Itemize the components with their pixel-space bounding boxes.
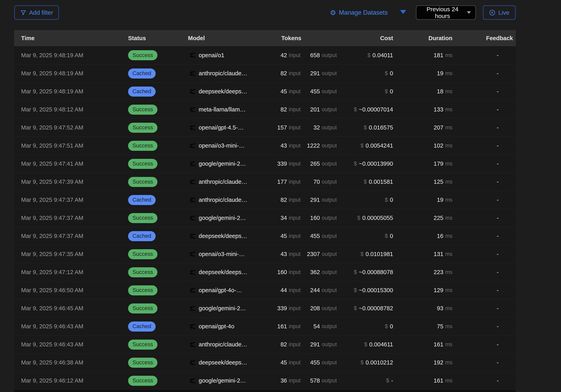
duration-value: 133 [434, 106, 443, 113]
duration-unit: ms [445, 341, 453, 348]
row-time: Mar 9, 2025 9:46:12 AM [14, 377, 128, 384]
row-duration: 75 ms [393, 323, 453, 330]
table-row[interactable]: Mar 9, 2025 9:47:35 AM Success openai/o3… [14, 245, 516, 263]
cost-value: 0 [390, 233, 393, 239]
cost-value: 0 [390, 196, 393, 203]
duration-value: 207 [434, 124, 443, 131]
manage-datasets-button[interactable]: ⚙ Manage Datasets [330, 5, 388, 20]
row-status: Success [128, 303, 188, 313]
duration-unit: ms [445, 88, 453, 95]
row-feedback: - [453, 287, 516, 294]
row-time: Mar 9, 2025 9:47:39 AM [14, 178, 128, 185]
row-feedback: - [453, 359, 516, 366]
row-tokens: 339 input 208 output [269, 305, 337, 312]
duration-unit: ms [445, 251, 453, 257]
cost-value: 0 [390, 70, 393, 77]
model-name: anthropic/claude… [199, 70, 247, 77]
table-row[interactable]: Mar 9, 2025 9:47:52 AM Success openai/gp… [14, 118, 516, 136]
table-row[interactable]: Mar 9, 2025 9:47:37 AM Success google/ge… [14, 209, 516, 227]
table-row[interactable]: Mar 9, 2025 9:48:19 AM Success openai/o1 [14, 46, 516, 64]
row-model: openai/o3-mini-… [188, 251, 269, 258]
row-cost: $ 0.0101981 [337, 251, 393, 258]
row-duration: 225 ms [393, 215, 453, 221]
table-row[interactable]: Mar 9, 2025 9:48:19 AM Cached deepseek/d… [14, 82, 516, 100]
table-row[interactable]: Mar 9, 2025 9:47:41 AM Success google/ge… [14, 155, 516, 173]
table-row[interactable]: Mar 9, 2025 9:46:50 AM Success openai/gp… [14, 281, 516, 299]
cost-currency-symbol: $ [361, 360, 364, 366]
tokens-output-value: 265 [302, 160, 320, 167]
cost-currency-symbol: $ [354, 287, 357, 293]
datasets-dropdown-caret-icon[interactable] [400, 10, 406, 14]
table-row[interactable]: Mar 9, 2025 9:46:38 AM Success deepseek/… [14, 353, 516, 371]
model-name: deepseek/deeps… [199, 359, 247, 366]
tokens-input-label: input [289, 70, 302, 76]
column-header-status: Status [128, 35, 188, 41]
duration-value: 102 [434, 142, 443, 149]
tokens-output-value: 70 [302, 178, 320, 185]
feedback-value: - [497, 323, 499, 330]
cost-currency-symbol: $ [385, 70, 388, 76]
duration-unit: ms [445, 143, 453, 149]
row-duration: 19 ms [393, 70, 453, 77]
tokens-output-value: 362 [302, 269, 320, 276]
model-name: google/gemini-2… [199, 215, 246, 221]
table-row[interactable]: Mar 9, 2025 9:46:12 AM Success google/ge… [14, 371, 516, 390]
model-name: openai/gpt-4o-… [199, 287, 242, 294]
row-duration: 223 ms [393, 269, 453, 276]
row-tokens: 45 input 455 output [269, 88, 337, 95]
table-row[interactable]: Mar 9, 2025 9:47:37 AM Cached deepseek/d… [14, 227, 516, 245]
tokens-input-label: input [289, 269, 302, 275]
duration-value: 18 [437, 88, 443, 95]
duration-unit: ms [445, 197, 453, 203]
column-header-feedback: Feedback [453, 35, 516, 41]
table-row[interactable]: Mar 9, 2025 9:47:37 AM Cached anthropic/… [14, 191, 516, 209]
row-time: Mar 9, 2025 9:47:52 AM [14, 124, 128, 131]
feedback-value: - [497, 70, 499, 77]
cost-value: ~0.00007014 [359, 106, 393, 113]
tokens-input-value: 82 [269, 341, 287, 348]
table-row[interactable]: Mar 9, 2025 9:46:45 AM Success google/ge… [14, 299, 516, 317]
time-range-select[interactable]: Previous 24 hours [416, 5, 476, 20]
model-name: google/gemini-2… [199, 377, 246, 384]
table-row[interactable]: Mar 9, 2025 9:47:51 AM Success openai/o3… [14, 136, 516, 155]
row-status: Cached [128, 69, 188, 79]
model-name: deepseek/deeps… [199, 269, 247, 276]
row-model: meta-llama/llam… [188, 106, 269, 113]
tokens-input-label: input [289, 233, 302, 239]
duration-unit: ms [445, 287, 453, 293]
feedback-value: - [497, 124, 499, 131]
tokens-output-label: output [322, 70, 337, 76]
row-status: Success [128, 177, 188, 187]
row-feedback: - [453, 178, 516, 185]
table-row[interactable]: Mar 9, 2025 9:46:43 AM Success anthropic… [14, 335, 516, 353]
live-toggle-button[interactable]: Live [483, 5, 516, 20]
row-time: Mar 9, 2025 9:46:43 AM [14, 323, 128, 330]
model-name: anthropic/claude… [199, 341, 247, 348]
tokens-input-value: 45 [269, 233, 287, 239]
table-row[interactable]: Mar 9, 2025 9:48:12 AM Success meta-llam… [14, 100, 516, 118]
duration-value: 16 [437, 233, 443, 239]
tokens-output-label: output [322, 197, 337, 203]
row-cost: $ - [337, 377, 393, 384]
table-row[interactable]: Mar 9, 2025 9:48:19 AM Cached anthropic/… [14, 64, 516, 82]
manage-datasets-label: Manage Datasets [339, 9, 388, 16]
add-filter-button[interactable]: Add filter [14, 5, 59, 20]
row-tokens: 42 input 658 output [269, 52, 337, 59]
tokens-input-label: input [289, 287, 302, 293]
cost-currency-symbol: $ [364, 124, 367, 131]
tokens-output-value: 32 [302, 124, 320, 131]
row-time: Mar 9, 2025 9:47:41 AM [14, 160, 128, 167]
status-badge: Success [128, 159, 157, 169]
row-model: anthropic/claude… [188, 70, 269, 77]
row-time: Mar 9, 2025 9:46:43 AM [14, 341, 128, 348]
row-model: google/gemini-2… [188, 377, 269, 384]
tokens-input-label: input [289, 197, 302, 203]
cost-value: 0.016575 [369, 124, 393, 131]
table-row[interactable]: Mar 9, 2025 9:47:12 AM Success deepseek/… [14, 263, 516, 281]
duration-unit: ms [445, 305, 453, 311]
table-body: Mar 9, 2025 9:48:19 AM Success openai/o1 [14, 46, 516, 390]
cost-currency-symbol: $ [361, 251, 364, 257]
duration-value: 131 [434, 251, 443, 258]
table-row[interactable]: Mar 9, 2025 9:47:39 AM Success anthropic… [14, 173, 516, 191]
table-row[interactable]: Mar 9, 2025 9:46:43 AM Cached openai/gpt… [14, 317, 516, 335]
